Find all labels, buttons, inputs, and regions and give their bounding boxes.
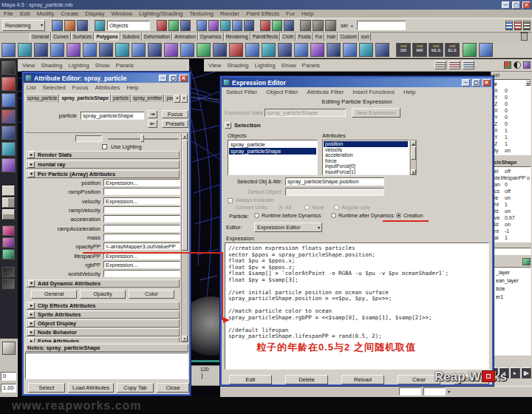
channel-row[interactable]: X0: [494, 87, 530, 94]
panel-menu-show[interactable]: Show: [95, 61, 110, 69]
editor-dropdown[interactable]: Expression Editor ▾: [254, 223, 322, 232]
channel-row[interactable]: nt-1: [494, 228, 530, 234]
scroll-up-icon[interactable]: ▴: [525, 80, 531, 86]
minimize-icon[interactable]: ─: [159, 75, 167, 82]
snap-grid-icon[interactable]: [197, 20, 207, 31]
attr-field-worldvelocity[interactable]: [103, 270, 180, 277]
layer-editor-toggle-icon[interactable]: [514, 61, 521, 69]
shelf-icon[interactable]: [343, 43, 357, 57]
maximize-icon[interactable]: ▢: [169, 75, 177, 82]
shelf-tab-fluids[interactable]: Fluids: [296, 33, 313, 41]
select-button[interactable]: Select: [28, 383, 65, 393]
select-component-icon[interactable]: [180, 20, 191, 31]
shelf-tab-xun[interactable]: xun: [359, 33, 371, 41]
rotate-tool-icon[interactable]: [1, 109, 16, 123]
ae-menu-focus[interactable]: Focus: [72, 84, 89, 92]
scroll-up-icon[interactable]: ▴: [182, 133, 188, 139]
mel-script-icon-els[interactable]: melELS: [445, 43, 460, 57]
shelf-tab-dynamics[interactable]: Dynamics: [198, 33, 224, 41]
layer-item[interactable]: er1: [494, 293, 530, 301]
new-scene-icon[interactable]: [52, 20, 63, 31]
tab-spray-emitter[interactable]: spray_emitter: [131, 94, 164, 102]
shelf-icon[interactable]: [375, 43, 389, 57]
layout-two-pane-button[interactable]: [2, 197, 15, 208]
shelf-tab-rendering[interactable]: Rendering: [224, 33, 250, 41]
tab-particlecloud[interactable]: particleClo: [164, 94, 173, 102]
mel-script-icon-mr[interactable]: melMR: [412, 43, 427, 57]
layout-list-icon[interactable]: [463, 61, 474, 69]
panel-toggle-icon[interactable]: [523, 61, 531, 69]
layer-item[interactable]: ticle: [494, 285, 530, 293]
attr-field-rgbpp[interactable]: Expression...: [103, 261, 180, 268]
notes-textarea[interactable]: [25, 353, 188, 379]
shelf-icon[interactable]: [66, 43, 81, 57]
attribute-editor-titlebar[interactable]: Attribute Editor: spray_particle ─ ▢ ✕: [24, 73, 189, 83]
default-object-field[interactable]: [285, 188, 384, 196]
ae-menu-selected[interactable]: Selected: [42, 84, 65, 92]
shelf-tab-animation[interactable]: Animation: [172, 33, 198, 41]
list-item-acceleration[interactable]: acceleration: [324, 152, 408, 158]
panel-menu-view[interactable]: View: [22, 61, 35, 69]
list-item-velocity[interactable]: velocity: [324, 147, 408, 153]
channel-row[interactable]: e: [494, 81, 530, 87]
channel-row[interactable]: Y0: [494, 94, 530, 101]
input-connections-icon[interactable]: [260, 20, 270, 31]
expression-textarea[interactable]: //creation expression floats particles v…: [225, 242, 489, 370]
menu-display[interactable]: Display: [85, 10, 104, 18]
snap-surface-icon[interactable]: [244, 20, 254, 31]
ae-scrollbar[interactable]: ▴ ▾: [181, 132, 188, 342]
render-current-frame-icon[interactable]: [300, 20, 311, 31]
copy-tab-button[interactable]: Copy Tab: [117, 383, 154, 393]
shape-channels-list[interactable]: eloff delifespanPP o an0 csoff leon ht1 …: [493, 166, 531, 242]
section-render-stats[interactable]: ▸Render Stats: [26, 151, 180, 159]
shelf-icon[interactable]: [115, 43, 129, 57]
time-slider-fragment[interactable]: 120: [191, 365, 220, 386]
channel-row[interactable]: an0: [494, 181, 530, 188]
panel-menu-shading[interactable]: Shading: [41, 61, 62, 69]
panel-menu-show[interactable]: Show: [282, 61, 296, 69]
ae-menu-list[interactable]: List: [27, 84, 35, 92]
input-connection-icon[interactable]: ⇥: [148, 110, 157, 118]
layout-saved-button[interactable]: [2, 249, 15, 259]
last-tool-icon[interactable]: [1, 158, 16, 172]
list-item-inputforce1[interactable]: inputForce[1]: [324, 169, 408, 175]
ee-menu-select-filter[interactable]: Select Filter: [226, 88, 257, 96]
maximize-icon[interactable]: ▢: [512, 1, 520, 9]
reload-button[interactable]: Reload: [341, 375, 384, 384]
show-tool-settings-icon[interactable]: [514, 21, 522, 30]
shelf-icon[interactable]: [50, 43, 64, 57]
shelf-tab-hair[interactable]: Hair: [324, 33, 338, 41]
shelf-icon[interactable]: [479, 43, 493, 57]
channel-row[interactable]: Z1: [494, 140, 530, 147]
radio-all[interactable]: [278, 205, 283, 210]
maximize-icon[interactable]: ▢: [472, 79, 480, 86]
channel-row[interactable]: delifespanPP o: [494, 174, 530, 181]
shelf-icon[interactable]: [327, 43, 341, 57]
channel-row[interactable]: tyon: [494, 147, 530, 154]
shelf-tab-cloth[interactable]: Cloth: [280, 33, 296, 41]
channel-row[interactable]: Y1: [494, 134, 530, 140]
focus-button[interactable]: Focus: [162, 110, 188, 118]
list-item-position[interactable]: position: [324, 141, 408, 147]
channel-row[interactable]: X1: [494, 127, 530, 134]
list-item-spray-particleshape[interactable]: spray_particleShape: [229, 148, 316, 155]
shelf-tab-subdivs[interactable]: Subdivs: [120, 33, 142, 41]
menu-create[interactable]: Create: [61, 10, 78, 18]
transform-channels-list[interactable]: e X0 Y0 Z0 X0 Y0 Z0 X1 Y1 Z1 tyon: [493, 79, 531, 155]
move-tool-icon[interactable]: [1, 93, 16, 107]
manipulator-tool-icon[interactable]: [1, 142, 16, 156]
selected-obj-attr-field[interactable]: spray_particleShape.position: [285, 177, 384, 186]
channel-row[interactable]: Z0: [494, 101, 530, 107]
shelf-tab-painteffects[interactable]: PaintEffects: [250, 33, 281, 41]
recycle-icon[interactable]: [522, 258, 531, 265]
objects-list[interactable]: spray_particle spray_particleShape: [228, 140, 318, 175]
channel-row[interactable]: ldon: [494, 208, 530, 214]
panel-menu-panels[interactable]: Panels: [302, 61, 320, 69]
menu-window[interactable]: Window: [112, 10, 132, 18]
render-globals-icon[interactable]: [325, 20, 336, 31]
shelf-tab-deformation[interactable]: Deformation: [142, 33, 172, 41]
shelf-tab-custom[interactable]: Custom: [338, 33, 358, 41]
minimize-icon[interactable]: ─: [462, 79, 470, 86]
select-tool-icon[interactable]: [1, 61, 16, 75]
shelf-tab-polygons[interactable]: Polygons: [94, 33, 120, 41]
